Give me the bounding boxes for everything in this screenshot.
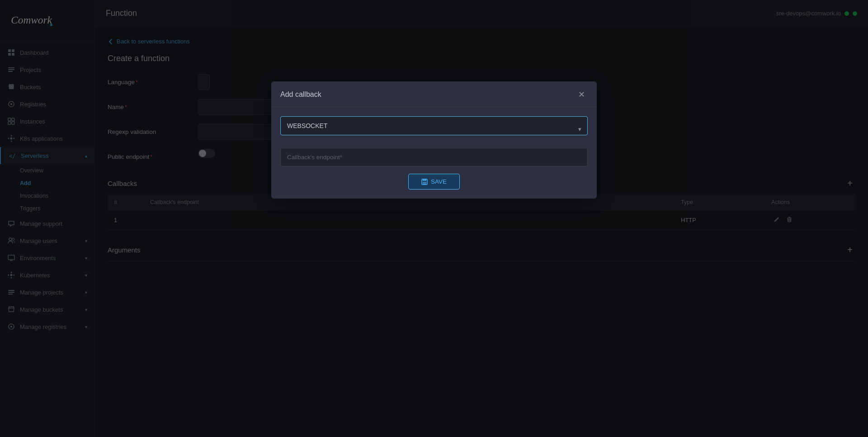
save-label: SAVE: [431, 178, 447, 185]
modal-body: WEBSOCKET HTTP HTTPS: [271, 107, 597, 166]
modal-footer: SAVE: [271, 166, 597, 199]
svg-rect-36: [423, 182, 426, 184]
svg-rect-35: [423, 179, 426, 181]
modal-title: Add callback: [280, 90, 321, 99]
save-icon: [421, 179, 428, 185]
callback-endpoint-input[interactable]: [280, 148, 588, 166]
callback-type-select[interactable]: WEBSOCKET HTTP HTTPS: [280, 116, 588, 135]
save-button[interactable]: SAVE: [408, 174, 460, 190]
modal-close-button[interactable]: ✕: [576, 89, 588, 100]
modal-overlay[interactable]: Add callback ✕ WEBSOCKET HTTP HTTPS: [0, 0, 868, 437]
callback-type-wrapper: WEBSOCKET HTTP HTTPS: [280, 116, 588, 142]
modal-header: Add callback ✕: [271, 81, 597, 107]
add-callback-modal: Add callback ✕ WEBSOCKET HTTP HTTPS: [271, 81, 597, 199]
